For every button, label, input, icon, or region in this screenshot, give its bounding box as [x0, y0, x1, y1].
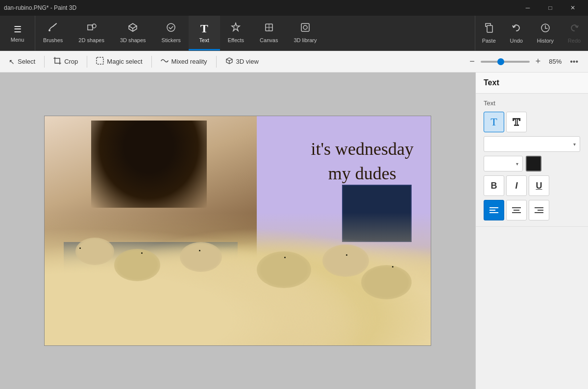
- svg-point-8: [303, 25, 307, 29]
- meme-text-line2: my dudes: [311, 161, 414, 186]
- toolbar-effects[interactable]: Effects: [220, 16, 252, 50]
- crop-button[interactable]: Crop: [49, 54, 83, 70]
- main-area: it's wednesday my dudes Text Text T T Se…: [0, 73, 588, 389]
- font-size-select[interactable]: 48 ▾: [484, 156, 523, 171]
- font-size-chevron-icon: ▾: [516, 161, 518, 167]
- separator-2: [87, 56, 87, 68]
- toolbar-right: Paste Undo History Redo: [475, 16, 588, 50]
- zoom-area: − + 85% •••: [467, 56, 584, 67]
- image-text-overlay: it's wednesday my dudes: [311, 137, 414, 186]
- frog-eye-2: [141, 252, 143, 254]
- select-icon: ↖: [9, 58, 15, 66]
- toolbar-brushes[interactable]: Brushes: [35, 16, 71, 50]
- stickers-icon: [166, 22, 176, 35]
- zoom-slider[interactable]: [481, 61, 530, 63]
- crop-icon: [53, 57, 61, 66]
- select-button[interactable]: ↖ Select: [4, 54, 40, 70]
- align-left-button[interactable]: [484, 200, 504, 220]
- format-buttons: B I U: [484, 175, 580, 196]
- menu-button[interactable]: ☰ Menu: [0, 16, 35, 50]
- svg-point-0: [49, 29, 50, 31]
- text-toolbar-icon: T: [200, 22, 208, 35]
- frog-2: [114, 249, 161, 281]
- magic-select-icon: [96, 57, 104, 66]
- svg-rect-9: [487, 25, 492, 32]
- zoom-out-button[interactable]: −: [467, 56, 477, 67]
- more-options-button[interactable]: •••: [568, 57, 580, 66]
- normal-text-button[interactable]: T: [484, 112, 504, 132]
- font-row: Segoe Print ▾: [484, 136, 580, 152]
- hair-layer: [91, 121, 207, 208]
- redo-button[interactable]: Redo: [561, 16, 588, 50]
- paste-button[interactable]: Paste: [475, 16, 503, 50]
- 3d-shapes-label: 3D shapes: [120, 37, 146, 43]
- separator-4: [216, 56, 217, 68]
- paste-icon: [484, 23, 494, 36]
- undo-icon: [511, 23, 522, 36]
- redo-label: Redo: [568, 38, 581, 44]
- right-panel: Text Text T T Segoe Print ▾ 48 ▾: [475, 73, 588, 389]
- menu-label: Menu: [11, 37, 24, 43]
- toolbar-stickers[interactable]: Stickers: [154, 16, 189, 50]
- frog-1: [75, 238, 114, 265]
- align-right-button[interactable]: [529, 200, 549, 220]
- maximize-button[interactable]: □: [539, 0, 562, 16]
- text-style-buttons: T T: [484, 112, 580, 132]
- text-label: Text: [199, 37, 209, 43]
- canvas-scroll[interactable]: it's wednesday my dudes: [0, 73, 475, 389]
- zoom-percent: 85%: [546, 58, 564, 65]
- titlebar-controls: ─ □ ✕: [516, 0, 584, 16]
- canvas-icon: [264, 22, 274, 35]
- magic-select-button[interactable]: Magic select: [91, 54, 147, 70]
- history-label: History: [537, 38, 554, 44]
- frog-6: [361, 265, 411, 299]
- effects-label: Effects: [228, 37, 244, 43]
- panel-header: Text: [476, 73, 588, 94]
- italic-button[interactable]: I: [506, 175, 527, 196]
- 3d-shapes-icon: [127, 22, 138, 35]
- minimize-button[interactable]: ─: [516, 0, 539, 16]
- text-section-label: Text: [484, 99, 580, 107]
- toolbar-items: Brushes 2D shapes 3D shapes Stickers T T…: [35, 16, 475, 50]
- separator-3: [151, 56, 152, 68]
- canvas-label: Canvas: [260, 37, 278, 43]
- underline-button[interactable]: U: [529, 175, 549, 196]
- 3d-library-label: 3D library: [294, 37, 317, 43]
- frog-5: [322, 244, 369, 277]
- toolbar-2d-shapes[interactable]: 2D shapes: [71, 16, 112, 50]
- svg-rect-7: [301, 24, 309, 31]
- brushes-label: Brushes: [43, 37, 63, 43]
- paste-label: Paste: [482, 38, 496, 44]
- text-section: Text T T Segoe Print ▾ 48 ▾: [476, 94, 588, 227]
- 3d-view-button[interactable]: 3D view: [220, 54, 264, 70]
- effects-icon: [230, 22, 241, 35]
- outlined-text-button[interactable]: T: [506, 112, 527, 132]
- meme-canvas: it's wednesday my dudes: [44, 116, 431, 346]
- toolbar-3d-shapes[interactable]: 3D shapes: [112, 16, 154, 50]
- align-center-button[interactable]: [506, 200, 527, 220]
- 2d-shapes-label: 2D shapes: [78, 37, 104, 43]
- font-size-row: 48 ▾: [484, 156, 580, 171]
- 3d-view-label: 3D view: [236, 58, 259, 65]
- frog-eye-4: [284, 257, 286, 258]
- font-size-value: 48: [488, 160, 495, 168]
- 3d-view-icon: [225, 57, 233, 66]
- font-name: Segoe Print: [488, 141, 521, 148]
- history-button[interactable]: History: [530, 16, 561, 50]
- canvas-area[interactable]: it's wednesday my dudes: [0, 73, 475, 389]
- stickers-label: Stickers: [162, 37, 181, 43]
- magic-select-label: Magic select: [107, 58, 142, 65]
- color-swatch[interactable]: [526, 156, 541, 171]
- close-button[interactable]: ✕: [562, 0, 584, 16]
- zoom-in-button[interactable]: +: [534, 56, 543, 67]
- toolbar-3d-library[interactable]: 3D library: [286, 16, 324, 50]
- font-select[interactable]: Segoe Print ▾: [484, 136, 580, 152]
- svg-point-3: [167, 24, 175, 31]
- toolbar-canvas[interactable]: Canvas: [252, 16, 286, 50]
- toolbar-text[interactable]: T Text: [189, 16, 220, 50]
- mixed-reality-button[interactable]: Mixed reality: [156, 54, 212, 70]
- titlebar-title: dan-rubino.PNG* - Paint 3D: [4, 4, 76, 11]
- select-label: Select: [18, 58, 35, 65]
- undo-button[interactable]: Undo: [503, 16, 530, 50]
- bold-button[interactable]: B: [484, 175, 504, 196]
